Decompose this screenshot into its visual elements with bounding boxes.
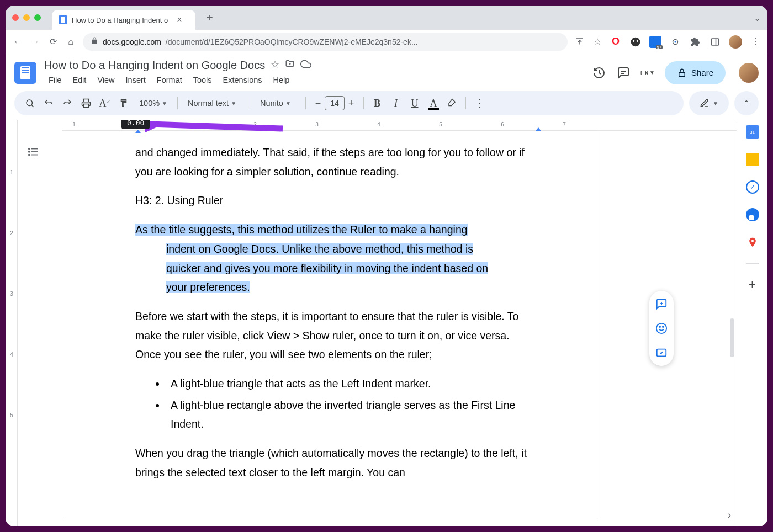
italic-button[interactable]: I — [388, 95, 404, 111]
separator — [305, 97, 306, 109]
ext-icon-4[interactable] — [669, 36, 681, 48]
sidepanel-icon[interactable] — [709, 36, 721, 48]
indent-tooltip: 0.00 — [121, 120, 150, 129]
hruler-tick: 5 — [439, 121, 442, 127]
svg-point-4 — [675, 41, 676, 42]
add-addon-icon[interactable]: + — [746, 278, 759, 291]
svg-rect-5 — [711, 39, 719, 45]
print-icon[interactable] — [78, 95, 94, 111]
font-dropdown[interactable]: Nunito ▼ — [256, 99, 300, 108]
suggest-edit-icon[interactable] — [653, 344, 670, 361]
chevron-down-icon: ▼ — [285, 100, 291, 107]
font-size-input[interactable]: 14 — [325, 96, 345, 110]
hruler-tick: 1 — [72, 121, 76, 127]
scrollbar-thumb[interactable] — [730, 318, 734, 357]
ext-icon-2[interactable] — [629, 36, 642, 48]
menu-tools[interactable]: Tools — [189, 73, 216, 87]
separator — [363, 97, 364, 109]
collapse-toolbar-button[interactable]: ⌃ — [734, 91, 759, 115]
svg-rect-10 — [679, 72, 685, 77]
paragraph-style-dropdown[interactable]: Normal text ▼ — [183, 99, 244, 108]
contacts-icon[interactable] — [746, 208, 759, 221]
explore-chevron-icon[interactable]: › — [728, 509, 731, 521]
calendar-icon[interactable] — [746, 125, 759, 139]
profile-avatar-icon[interactable] — [729, 35, 742, 49]
home-button[interactable]: ⌂ — [65, 36, 76, 47]
account-avatar[interactable] — [739, 63, 759, 83]
formatting-toolbar: A✓ 100% ▼ Normal text ▼ Nunito ▼ − 14 — [14, 91, 684, 115]
meet-icon[interactable]: ▼ — [640, 66, 655, 80]
highlight-color-button[interactable] — [444, 95, 460, 111]
tabs-dropdown-button[interactable]: ⌄ — [754, 13, 761, 23]
minimize-window-button[interactable] — [23, 14, 30, 21]
decrease-font-button[interactable]: − — [311, 96, 325, 110]
search-icon[interactable] — [22, 95, 38, 111]
menu-edit[interactable]: Edit — [68, 73, 91, 87]
paragraph: and changed immediately. That said, if t… — [135, 143, 536, 181]
menu-format[interactable]: Format — [152, 73, 187, 87]
menu-view[interactable]: View — [93, 73, 119, 87]
horizontal-ruler[interactable]: 0.00 1 2 3 4 5 6 7 — [62, 120, 737, 131]
ext-icon-3[interactable]: 9+ — [649, 36, 661, 48]
docs-header: How to Do a Hanging Indent on Google Doc… — [6, 54, 767, 87]
heading-line: H3: 2. Using Ruler — [135, 191, 536, 210]
zoom-value: 100% — [139, 99, 160, 108]
document-outline-icon[interactable] — [23, 142, 43, 162]
document-page[interactable]: and changed immediately. That said, if t… — [62, 131, 597, 517]
browser-tab[interactable]: How to Do a Hanging Indent o × — [52, 10, 195, 30]
redo-icon[interactable] — [60, 95, 75, 111]
more-toolbar-icon[interactable]: ⋮ — [472, 95, 487, 111]
keep-icon[interactable] — [746, 153, 759, 166]
address-bar[interactable]: docs.google.com/document/d/1EZ6Q52PROaOQ… — [83, 33, 568, 51]
workspace: 1 2 3 4 5 0.00 1 2 — [6, 120, 767, 526]
spellcheck-icon[interactable]: A✓ — [97, 95, 113, 111]
menubar: File Edit View Insert Format Tools Exten… — [44, 73, 584, 87]
share-url-icon[interactable] — [574, 36, 585, 47]
separator — [250, 97, 250, 109]
docs-logo-icon[interactable] — [14, 62, 36, 84]
star-document-icon[interactable]: ☆ — [271, 58, 279, 72]
new-tab-button[interactable]: + — [200, 12, 220, 24]
bookmark-star-icon[interactable]: ☆ — [592, 36, 603, 47]
separator — [465, 97, 466, 109]
back-button[interactable]: ← — [12, 36, 23, 47]
reload-button[interactable]: ⟳ — [47, 36, 59, 47]
undo-icon[interactable] — [41, 95, 56, 111]
zoom-dropdown[interactable]: 100% ▼ — [135, 99, 172, 108]
history-icon[interactable] — [592, 66, 606, 80]
add-emoji-icon[interactable] — [653, 320, 670, 337]
paint-format-icon[interactable] — [116, 95, 131, 111]
maps-icon[interactable] — [746, 236, 759, 249]
svg-point-16 — [29, 151, 30, 152]
comments-icon[interactable] — [616, 66, 631, 80]
url-host: docs.google.com — [103, 38, 161, 46]
document-title[interactable]: How to Do a Hanging Indent on Google Doc… — [44, 59, 265, 72]
menu-insert[interactable]: Insert — [121, 73, 150, 87]
increase-font-button[interactable]: + — [345, 96, 358, 110]
menu-extensions[interactable]: Extensions — [219, 73, 267, 87]
maximize-window-button[interactable] — [34, 14, 41, 21]
editing-mode-dropdown[interactable]: ▼ — [689, 91, 729, 115]
hruler-tick: 4 — [377, 121, 380, 127]
text-color-button[interactable]: A — [426, 95, 441, 111]
forward-button[interactable]: → — [30, 36, 41, 47]
chrome-menu-icon[interactable]: ⋮ — [750, 36, 761, 47]
bold-button[interactable]: B — [369, 95, 385, 111]
share-button[interactable]: Share — [665, 61, 726, 84]
hruler-tick: 6 — [501, 121, 504, 127]
extensions-puzzle-icon[interactable] — [689, 36, 701, 48]
opera-ext-icon[interactable]: O — [610, 36, 622, 48]
move-document-icon[interactable] — [285, 58, 295, 72]
svg-point-0 — [631, 37, 640, 46]
tasks-icon[interactable] — [746, 180, 759, 194]
hruler-tick: 7 — [563, 121, 566, 127]
underline-button[interactable]: U — [407, 95, 422, 111]
list-item: A light-blue rectangle above the inverte… — [166, 396, 536, 434]
add-comment-icon[interactable] — [653, 295, 670, 313]
menu-help[interactable]: Help — [269, 73, 294, 87]
tab-title: How to Do a Hanging Indent o — [72, 16, 168, 24]
menu-file[interactable]: File — [44, 73, 66, 87]
cloud-status-icon[interactable] — [300, 58, 311, 72]
close-window-button[interactable] — [12, 14, 19, 21]
tab-close-button[interactable]: × — [177, 15, 182, 25]
